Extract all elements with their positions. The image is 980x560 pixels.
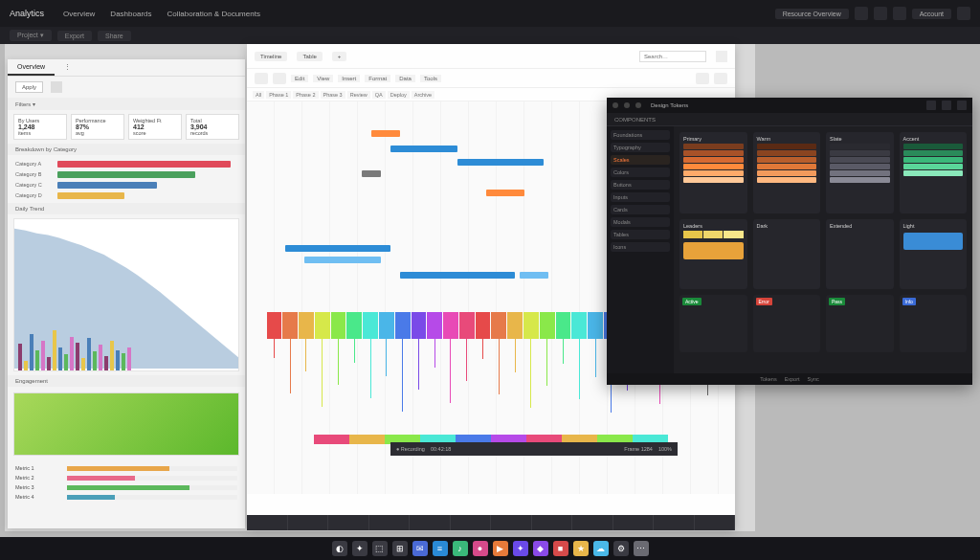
menu-collab[interactable]: Collaboration & Documents <box>167 10 260 18</box>
card-leaders[interactable]: Leaders <box>679 219 747 290</box>
category-chip[interactable]: QA <box>372 91 386 99</box>
taskbar-app-icon[interactable]: ▶ <box>493 541 508 556</box>
dropdown-apply[interactable]: Apply <box>15 81 43 93</box>
sidebar-item[interactable]: Foundations <box>611 130 670 140</box>
sub-tab-share[interactable]: Share <box>98 31 131 41</box>
category-chip[interactable]: All <box>253 91 264 99</box>
filter-icon[interactable] <box>51 81 62 93</box>
tb-insert[interactable]: Insert <box>338 75 360 82</box>
pd-foot-sync[interactable]: Sync <box>808 376 819 382</box>
gantt-bar[interactable] <box>400 272 515 279</box>
taskbar-app-icon[interactable]: ◐ <box>332 541 347 556</box>
footer-cell[interactable] <box>328 515 369 530</box>
token-cell[interactable]: Pass <box>826 295 894 352</box>
account-pill[interactable]: Account <box>912 9 951 19</box>
category-chip[interactable]: Phase 1 <box>266 91 291 99</box>
card-light[interactable]: Light <box>900 219 968 290</box>
card-primary[interactable]: Primary <box>679 132 747 213</box>
taskbar-app-icon[interactable]: ● <box>473 541 488 556</box>
taskbar-app-icon[interactable]: ★ <box>573 541 589 556</box>
gantt-bar[interactable] <box>486 190 524 196</box>
gantt-bar[interactable] <box>520 272 548 279</box>
resource-pill[interactable]: Resource Overview <box>775 9 849 19</box>
help-icon[interactable] <box>874 7 887 20</box>
token-cell[interactable]: Info <box>900 295 968 352</box>
card-accent[interactable]: Accent <box>900 132 968 213</box>
sidebar-item[interactable]: Tables <box>611 230 670 239</box>
tb-data[interactable]: Data <box>395 75 415 82</box>
search-input[interactable] <box>639 51 706 62</box>
tab-overview[interactable]: Overview <box>8 59 55 76</box>
section-filters[interactable]: Filters ▾ <box>8 98 245 110</box>
taskbar-app-icon[interactable]: ♪ <box>453 541 468 556</box>
taskbar-app-icon[interactable]: ◆ <box>533 541 548 556</box>
gantt-bar[interactable] <box>390 146 457 152</box>
taskbar-app-icon[interactable]: ⬚ <box>372 541 388 556</box>
gantt-bar[interactable] <box>457 159 544 166</box>
sidebar-item[interactable]: Scales <box>611 155 670 165</box>
sub-tab-export[interactable]: Export <box>57 31 92 41</box>
dark-max-icon[interactable] <box>942 101 951 110</box>
expand-icon[interactable] <box>716 51 727 62</box>
sidebar-item[interactable]: Buttons <box>611 180 670 190</box>
footer-cell[interactable] <box>654 515 695 530</box>
token-cell[interactable]: Active <box>679 295 747 352</box>
tb-view[interactable]: View <box>313 75 333 82</box>
sidebar-item[interactable]: Colors <box>611 168 670 177</box>
card-weighted[interactable]: Weighted Ft412score <box>128 114 182 140</box>
gantt-bar[interactable] <box>371 130 400 137</box>
center-tab-timeline[interactable]: Timeline <box>255 52 287 61</box>
taskbar-app-icon[interactable]: ✦ <box>352 541 368 556</box>
settings-icon[interactable] <box>893 7 906 20</box>
window-dot-3[interactable] <box>635 102 641 108</box>
footer-cell[interactable] <box>532 515 573 530</box>
gantt-bar[interactable] <box>362 170 381 177</box>
pd-tab-1[interactable]: COMPONENTS <box>614 117 656 123</box>
dark-close-icon[interactable] <box>957 101 967 110</box>
dark-min-icon[interactable] <box>926 101 936 110</box>
zoom-icon[interactable] <box>696 73 709 84</box>
sidebar-item[interactable]: Typography <box>611 143 670 152</box>
taskbar-app-icon[interactable]: ⋯ <box>634 541 649 556</box>
sidebar-item[interactable]: Inputs <box>611 192 670 202</box>
footer-cell[interactable] <box>410 515 451 530</box>
taskbar-app-icon[interactable]: ☁ <box>593 541 609 556</box>
footer-cell[interactable] <box>491 515 532 530</box>
gantt-bar[interactable] <box>285 245 390 252</box>
taskbar-app-icon[interactable]: ✉ <box>412 541 428 556</box>
sidebar-item[interactable]: Cards <box>611 205 670 214</box>
tb-edit[interactable]: Edit <box>291 75 308 82</box>
card-performance[interactable]: Performance87%avg <box>71 114 124 140</box>
window-dot-2[interactable] <box>624 102 630 108</box>
grid-icon[interactable] <box>714 73 727 84</box>
footer-cell[interactable] <box>451 515 492 530</box>
pd-foot-export[interactable]: Export <box>785 376 800 382</box>
footer-cell[interactable] <box>572 515 613 530</box>
tab-more-icon[interactable]: ⋮ <box>55 59 80 76</box>
card-warm[interactable]: Warm <box>753 132 821 213</box>
center-tab-add[interactable]: + <box>332 52 347 61</box>
card-total[interactable]: Total3,904records <box>186 114 239 140</box>
undo-icon[interactable] <box>255 73 268 84</box>
center-tab-table[interactable]: Table <box>297 52 322 61</box>
tb-tools[interactable]: Tools <box>420 75 441 82</box>
avatar-icon[interactable] <box>957 7 970 20</box>
redo-icon[interactable] <box>273 73 286 84</box>
card-users[interactable]: By Users1,248items <box>13 114 67 140</box>
category-chip[interactable]: Phase 2 <box>293 91 318 99</box>
category-chip[interactable]: Phase 3 <box>321 91 345 99</box>
pd-foot-tokens[interactable]: Tokens <box>760 376 776 382</box>
menu-overview[interactable]: Overview <box>63 10 95 18</box>
notification-icon[interactable] <box>855 7 868 20</box>
footer-cell[interactable] <box>288 515 329 530</box>
category-chip[interactable]: Deploy <box>388 91 410 99</box>
sidebar-item[interactable]: Modals <box>611 217 670 227</box>
taskbar-app-icon[interactable]: ✦ <box>513 541 528 556</box>
taskbar-app-icon[interactable]: ⚙ <box>613 541 629 556</box>
menu-dashboards[interactable]: Dashboards <box>110 10 151 18</box>
footer-cell[interactable] <box>247 515 288 530</box>
footer-cell[interactable] <box>695 515 736 530</box>
card-slate[interactable]: Slate <box>826 132 894 213</box>
sidebar-item[interactable]: Icons <box>611 242 670 252</box>
footer-cell[interactable] <box>613 515 655 530</box>
